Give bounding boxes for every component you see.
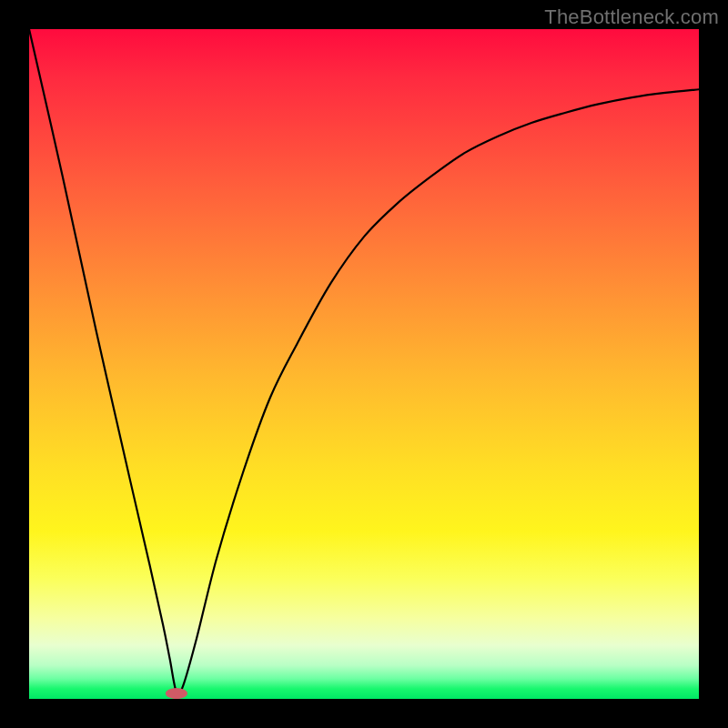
chart-svg <box>29 29 699 699</box>
watermark-text: TheBottleneck.com <box>544 5 719 29</box>
optimal-point-marker <box>166 688 187 699</box>
chart-frame: TheBottleneck.com <box>0 0 728 728</box>
plot-area <box>29 29 699 699</box>
bottleneck-curve <box>29 29 699 694</box>
